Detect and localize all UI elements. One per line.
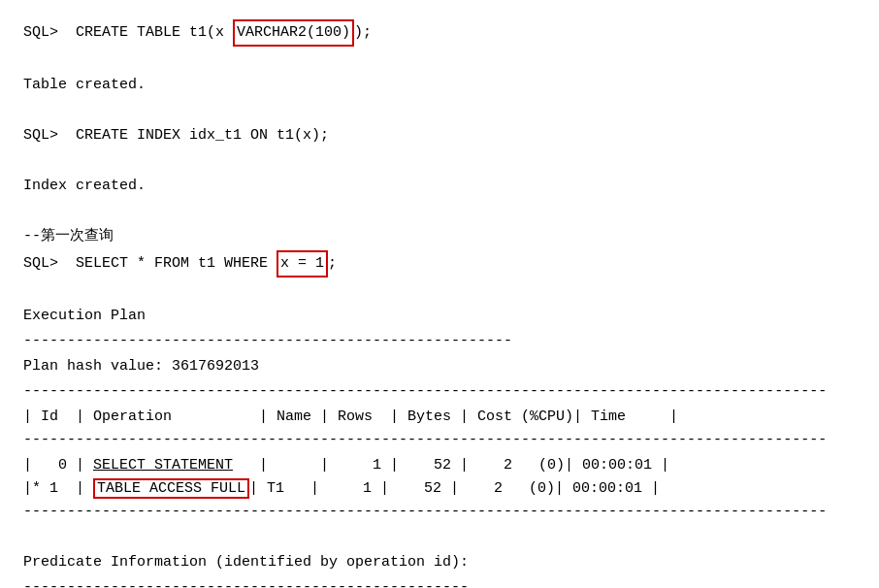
empty-line-2 — [23, 99, 856, 122]
separator-4: ----------------------------------------… — [23, 501, 856, 524]
create-table-suffix: ); — [354, 21, 372, 45]
table-created-msg: Table created. — [23, 74, 856, 97]
plan-row-1: |* 1 | TABLE ACCESS FULL| T1 | 1 | 52 | … — [23, 477, 856, 501]
empty-line-1 — [23, 49, 856, 72]
empty-line-6 — [23, 526, 856, 549]
table-access-full-highlight: TABLE ACCESS FULL — [93, 478, 249, 499]
separator-5: ----------------------------------------… — [23, 576, 856, 588]
empty-line-4 — [23, 200, 856, 223]
comment-line: --第一次查询 — [23, 225, 856, 248]
plan-row-0: | 0 | SELECT STATEMENT | | 1 | 52 | 2 (0… — [23, 454, 856, 477]
execution-plan-label: Execution Plan — [23, 305, 856, 328]
empty-line-3 — [23, 149, 856, 173]
plan-hash-value: Plan hash value: 3617692013 — [23, 355, 856, 378]
varchar2-highlight: VARCHAR2(100) — [233, 19, 354, 47]
predicate-info-label: Predicate Information (identified by ope… — [23, 551, 856, 574]
separator-2: ----------------------------------------… — [23, 380, 856, 404]
line-create-table: SQL> CREATE TABLE t1(x VARCHAR2(100)); — [23, 19, 856, 47]
plan-table-header: | Id | Operation | Name | Rows | Bytes |… — [23, 406, 856, 429]
create-table-prefix: SQL> CREATE TABLE t1(x — [23, 21, 233, 45]
terminal-output: SQL> CREATE TABLE t1(x VARCHAR2(100)); T… — [23, 19, 856, 588]
line-create-index: SQL> CREATE INDEX idx_t1 ON t1(x); — [23, 124, 856, 147]
separator-1: ----------------------------------------… — [23, 330, 856, 353]
empty-line-5 — [23, 279, 856, 303]
separator-3: ----------------------------------------… — [23, 429, 856, 452]
line-select-query: SQL> SELECT * FROM t1 WHERE x = 1; — [23, 250, 856, 278]
select-statement-text: SELECT STATEMENT — [93, 457, 233, 474]
index-created-msg: Index created. — [23, 175, 856, 198]
where-clause-highlight: x = 1 — [277, 250, 328, 278]
